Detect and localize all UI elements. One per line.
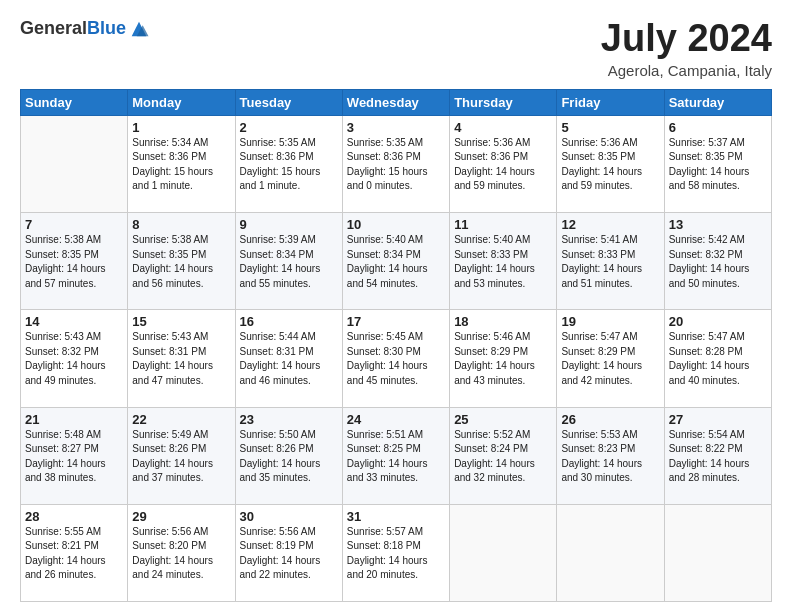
- day-number: 20: [669, 314, 767, 329]
- day-number: 2: [240, 120, 338, 135]
- calendar-cell-w2-d3: 17Sunrise: 5:45 AM Sunset: 8:30 PM Dayli…: [342, 310, 449, 407]
- day-number: 26: [561, 412, 659, 427]
- calendar-cell-w4-d3: 31Sunrise: 5:57 AM Sunset: 8:18 PM Dayli…: [342, 504, 449, 601]
- day-number: 28: [25, 509, 123, 524]
- main-title: July 2024: [601, 18, 772, 60]
- page: GeneralBlue July 2024 Agerola, Campania,…: [0, 0, 792, 612]
- day-number: 29: [132, 509, 230, 524]
- cell-sun-info: Sunrise: 5:46 AM Sunset: 8:29 PM Dayligh…: [454, 330, 552, 388]
- calendar-cell-w0-d1: 1Sunrise: 5:34 AM Sunset: 8:36 PM Daylig…: [128, 115, 235, 212]
- calendar-cell-w3-d0: 21Sunrise: 5:48 AM Sunset: 8:27 PM Dayli…: [21, 407, 128, 504]
- logo-general: General: [20, 18, 87, 38]
- cell-sun-info: Sunrise: 5:49 AM Sunset: 8:26 PM Dayligh…: [132, 428, 230, 486]
- cell-sun-info: Sunrise: 5:48 AM Sunset: 8:27 PM Dayligh…: [25, 428, 123, 486]
- cell-sun-info: Sunrise: 5:56 AM Sunset: 8:19 PM Dayligh…: [240, 525, 338, 583]
- calendar-cell-w3-d3: 24Sunrise: 5:51 AM Sunset: 8:25 PM Dayli…: [342, 407, 449, 504]
- header-thursday: Thursday: [450, 89, 557, 115]
- header-sunday: Sunday: [21, 89, 128, 115]
- calendar-cell-w2-d6: 20Sunrise: 5:47 AM Sunset: 8:28 PM Dayli…: [664, 310, 771, 407]
- day-number: 27: [669, 412, 767, 427]
- calendar-cell-w4-d5: [557, 504, 664, 601]
- day-number: 3: [347, 120, 445, 135]
- logo-blue: Blue: [87, 18, 126, 38]
- day-number: 5: [561, 120, 659, 135]
- calendar-cell-w1-d2: 9Sunrise: 5:39 AM Sunset: 8:34 PM Daylig…: [235, 213, 342, 310]
- day-number: 10: [347, 217, 445, 232]
- cell-sun-info: Sunrise: 5:41 AM Sunset: 8:33 PM Dayligh…: [561, 233, 659, 291]
- cell-sun-info: Sunrise: 5:36 AM Sunset: 8:35 PM Dayligh…: [561, 136, 659, 194]
- logo-text-block: GeneralBlue: [20, 18, 150, 40]
- cell-sun-info: Sunrise: 5:37 AM Sunset: 8:35 PM Dayligh…: [669, 136, 767, 194]
- calendar-cell-w1-d3: 10Sunrise: 5:40 AM Sunset: 8:34 PM Dayli…: [342, 213, 449, 310]
- cell-sun-info: Sunrise: 5:36 AM Sunset: 8:36 PM Dayligh…: [454, 136, 552, 194]
- header: GeneralBlue July 2024 Agerola, Campania,…: [20, 18, 772, 79]
- calendar-cell-w1-d0: 7Sunrise: 5:38 AM Sunset: 8:35 PM Daylig…: [21, 213, 128, 310]
- calendar-table: Sunday Monday Tuesday Wednesday Thursday…: [20, 89, 772, 602]
- day-number: 14: [25, 314, 123, 329]
- day-number: 13: [669, 217, 767, 232]
- calendar-cell-w0-d0: [21, 115, 128, 212]
- cell-sun-info: Sunrise: 5:55 AM Sunset: 8:21 PM Dayligh…: [25, 525, 123, 583]
- cell-sun-info: Sunrise: 5:40 AM Sunset: 8:34 PM Dayligh…: [347, 233, 445, 291]
- cell-sun-info: Sunrise: 5:51 AM Sunset: 8:25 PM Dayligh…: [347, 428, 445, 486]
- calendar-cell-w1-d4: 11Sunrise: 5:40 AM Sunset: 8:33 PM Dayli…: [450, 213, 557, 310]
- calendar-cell-w0-d5: 5Sunrise: 5:36 AM Sunset: 8:35 PM Daylig…: [557, 115, 664, 212]
- cell-sun-info: Sunrise: 5:39 AM Sunset: 8:34 PM Dayligh…: [240, 233, 338, 291]
- calendar-cell-w2-d2: 16Sunrise: 5:44 AM Sunset: 8:31 PM Dayli…: [235, 310, 342, 407]
- header-friday: Friday: [557, 89, 664, 115]
- day-number: 8: [132, 217, 230, 232]
- logo-icon: [128, 18, 150, 40]
- day-number: 16: [240, 314, 338, 329]
- calendar-cell-w3-d6: 27Sunrise: 5:54 AM Sunset: 8:22 PM Dayli…: [664, 407, 771, 504]
- day-number: 12: [561, 217, 659, 232]
- calendar-cell-w4-d1: 29Sunrise: 5:56 AM Sunset: 8:20 PM Dayli…: [128, 504, 235, 601]
- calendar-cell-w3-d4: 25Sunrise: 5:52 AM Sunset: 8:24 PM Dayli…: [450, 407, 557, 504]
- day-number: 24: [347, 412, 445, 427]
- day-number: 6: [669, 120, 767, 135]
- weekday-header-row: Sunday Monday Tuesday Wednesday Thursday…: [21, 89, 772, 115]
- calendar-cell-w0-d3: 3Sunrise: 5:35 AM Sunset: 8:36 PM Daylig…: [342, 115, 449, 212]
- cell-sun-info: Sunrise: 5:38 AM Sunset: 8:35 PM Dayligh…: [25, 233, 123, 291]
- day-number: 25: [454, 412, 552, 427]
- day-number: 18: [454, 314, 552, 329]
- day-number: 9: [240, 217, 338, 232]
- cell-sun-info: Sunrise: 5:53 AM Sunset: 8:23 PM Dayligh…: [561, 428, 659, 486]
- cell-sun-info: Sunrise: 5:57 AM Sunset: 8:18 PM Dayligh…: [347, 525, 445, 583]
- day-number: 17: [347, 314, 445, 329]
- cell-sun-info: Sunrise: 5:43 AM Sunset: 8:32 PM Dayligh…: [25, 330, 123, 388]
- calendar-cell-w3-d1: 22Sunrise: 5:49 AM Sunset: 8:26 PM Dayli…: [128, 407, 235, 504]
- calendar-cell-w3-d2: 23Sunrise: 5:50 AM Sunset: 8:26 PM Dayli…: [235, 407, 342, 504]
- week-row-4: 28Sunrise: 5:55 AM Sunset: 8:21 PM Dayli…: [21, 504, 772, 601]
- calendar-cell-w2-d5: 19Sunrise: 5:47 AM Sunset: 8:29 PM Dayli…: [557, 310, 664, 407]
- header-saturday: Saturday: [664, 89, 771, 115]
- day-number: 22: [132, 412, 230, 427]
- calendar-cell-w2-d1: 15Sunrise: 5:43 AM Sunset: 8:31 PM Dayli…: [128, 310, 235, 407]
- week-row-0: 1Sunrise: 5:34 AM Sunset: 8:36 PM Daylig…: [21, 115, 772, 212]
- calendar-cell-w0-d6: 6Sunrise: 5:37 AM Sunset: 8:35 PM Daylig…: [664, 115, 771, 212]
- cell-sun-info: Sunrise: 5:47 AM Sunset: 8:29 PM Dayligh…: [561, 330, 659, 388]
- day-number: 15: [132, 314, 230, 329]
- calendar-cell-w4-d2: 30Sunrise: 5:56 AM Sunset: 8:19 PM Dayli…: [235, 504, 342, 601]
- cell-sun-info: Sunrise: 5:42 AM Sunset: 8:32 PM Dayligh…: [669, 233, 767, 291]
- day-number: 11: [454, 217, 552, 232]
- cell-sun-info: Sunrise: 5:44 AM Sunset: 8:31 PM Dayligh…: [240, 330, 338, 388]
- calendar-cell-w3-d5: 26Sunrise: 5:53 AM Sunset: 8:23 PM Dayli…: [557, 407, 664, 504]
- header-tuesday: Tuesday: [235, 89, 342, 115]
- calendar-cell-w4-d4: [450, 504, 557, 601]
- calendar-cell-w1-d1: 8Sunrise: 5:38 AM Sunset: 8:35 PM Daylig…: [128, 213, 235, 310]
- week-row-3: 21Sunrise: 5:48 AM Sunset: 8:27 PM Dayli…: [21, 407, 772, 504]
- day-number: 7: [25, 217, 123, 232]
- cell-sun-info: Sunrise: 5:40 AM Sunset: 8:33 PM Dayligh…: [454, 233, 552, 291]
- header-wednesday: Wednesday: [342, 89, 449, 115]
- logo: GeneralBlue: [20, 18, 150, 40]
- cell-sun-info: Sunrise: 5:35 AM Sunset: 8:36 PM Dayligh…: [347, 136, 445, 194]
- cell-sun-info: Sunrise: 5:56 AM Sunset: 8:20 PM Dayligh…: [132, 525, 230, 583]
- week-row-2: 14Sunrise: 5:43 AM Sunset: 8:32 PM Dayli…: [21, 310, 772, 407]
- cell-sun-info: Sunrise: 5:54 AM Sunset: 8:22 PM Dayligh…: [669, 428, 767, 486]
- calendar-cell-w1-d6: 13Sunrise: 5:42 AM Sunset: 8:32 PM Dayli…: [664, 213, 771, 310]
- day-number: 4: [454, 120, 552, 135]
- week-row-1: 7Sunrise: 5:38 AM Sunset: 8:35 PM Daylig…: [21, 213, 772, 310]
- day-number: 1: [132, 120, 230, 135]
- calendar-cell-w2-d4: 18Sunrise: 5:46 AM Sunset: 8:29 PM Dayli…: [450, 310, 557, 407]
- calendar-cell-w1-d5: 12Sunrise: 5:41 AM Sunset: 8:33 PM Dayli…: [557, 213, 664, 310]
